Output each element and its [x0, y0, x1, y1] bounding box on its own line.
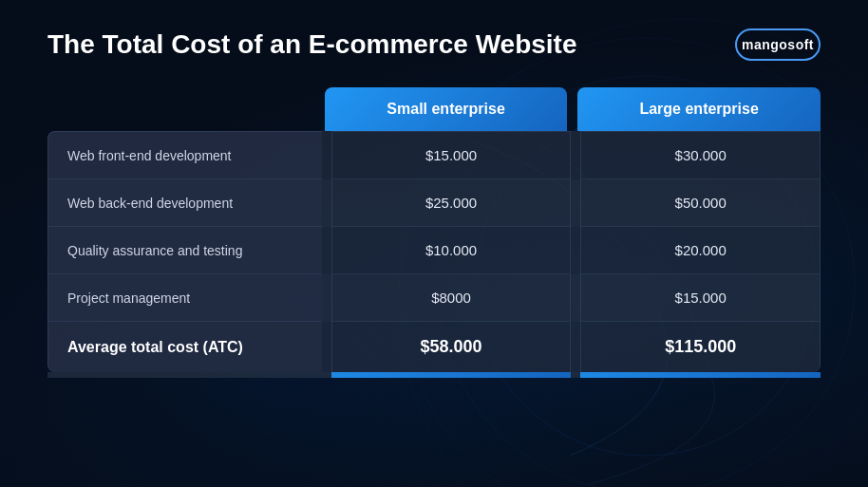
- row-large-0: $30.000: [580, 131, 821, 179]
- row-label-1: Web back-end development: [47, 179, 322, 227]
- small-enterprise-header: Small enterprise: [325, 87, 568, 131]
- row-small-2: $10.000: [331, 227, 570, 274]
- total-row: Average total cost (ATC) $58.000 $115.00…: [47, 322, 821, 372]
- total-small: $58.000: [331, 322, 570, 372]
- logo-text: mangosoft: [742, 37, 814, 52]
- page-title: The Total Cost of an E-commerce Website: [47, 28, 577, 61]
- total-label: Average total cost (ATC): [47, 322, 322, 372]
- table-row: Web back-end development $25.000 $50.000: [47, 179, 821, 227]
- logo-badge: mangosoft: [735, 28, 821, 61]
- row-label-2: Quality assurance and testing: [47, 227, 322, 274]
- row-large-1: $50.000: [580, 179, 821, 227]
- row-small-1: $25.000: [331, 179, 570, 227]
- data-table: Web front-end development $15.000 $30.00…: [47, 131, 821, 378]
- row-large-3: $15.000: [580, 274, 821, 322]
- large-enterprise-header: Large enterprise: [577, 87, 821, 131]
- row-large-2: $20.000: [580, 227, 821, 274]
- row-label-0: Web front-end development: [47, 131, 322, 179]
- row-small-3: $8000: [331, 274, 570, 322]
- cost-table: Small enterprise Large enterprise: [47, 87, 821, 378]
- bottom-accent-row: [47, 372, 821, 378]
- total-large: $115.000: [580, 322, 821, 372]
- row-label-3: Project management: [47, 274, 322, 322]
- table-row: Project management $8000 $15.000: [47, 274, 821, 322]
- header: The Total Cost of an E-commerce Website …: [47, 28, 821, 61]
- table-row: Web front-end development $15.000 $30.00…: [47, 131, 821, 179]
- logo: mangosoft: [735, 28, 821, 61]
- row-small-0: $15.000: [331, 131, 570, 179]
- table-row: Quality assurance and testing $10.000 $2…: [47, 227, 821, 274]
